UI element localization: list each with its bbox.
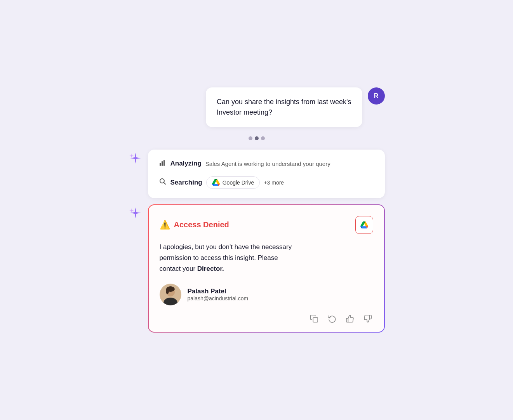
chip-more-label: +3 more: [264, 180, 284, 186]
user-bubble: Can you share the insights from last wee…: [206, 87, 362, 127]
access-denied-title: Access Denied: [174, 220, 229, 229]
access-body: I apologies, but you don't have the nece…: [160, 242, 373, 274]
thumbs-down-button[interactable]: [362, 313, 373, 324]
search-icon: [159, 178, 167, 187]
svg-point-9: [166, 288, 169, 294]
access-card-wrapper: ⚠️ Access Denied: [148, 204, 385, 333]
action-icons: [160, 313, 373, 324]
gdrive-button[interactable]: [355, 216, 373, 234]
dot-1: [249, 136, 252, 140]
status-card: Analyzing Sales Agent is working to unde…: [148, 150, 385, 198]
contact-info: Palash Patel palash@acindustrial.com: [188, 288, 249, 301]
analyzing-row: Analyzing Sales Agent is working to unde…: [159, 159, 374, 169]
search-chips: Google Drive +3 more: [206, 176, 284, 189]
searching-row: Searching Google Drive: [159, 176, 374, 189]
contact-email: palash@acindustrial.com: [188, 295, 249, 301]
avatar: R: [368, 87, 385, 105]
contact-row: Palash Patel palash@acindustrial.com: [160, 284, 373, 305]
access-header-left: ⚠️ Access Denied: [160, 220, 229, 230]
user-message-text: Can you share the insights from last wee…: [217, 97, 351, 118]
svg-line-4: [163, 183, 165, 185]
svg-rect-0: [160, 163, 161, 166]
copy-button[interactable]: [309, 313, 320, 324]
searching-label: Searching: [170, 179, 202, 186]
warning-icon: ⚠️: [160, 220, 170, 230]
chat-container: Can you share the insights from last wee…: [121, 72, 393, 348]
access-card: ⚠️ Access Denied: [149, 205, 384, 332]
contact-avatar: [160, 284, 181, 305]
sparkle-icon: [129, 151, 143, 165]
svg-rect-1: [162, 161, 163, 166]
dot-3: [261, 136, 265, 140]
sparkle-icon-2: [129, 206, 143, 220]
bar-chart-icon: [159, 159, 167, 169]
refresh-button[interactable]: [327, 313, 337, 324]
svg-rect-10: [313, 317, 318, 322]
svg-rect-2: [163, 160, 165, 166]
contact-name: Palash Patel: [188, 288, 249, 295]
thumbs-up-button[interactable]: [344, 313, 355, 324]
user-message-row: Can you share the insights from last wee…: [129, 87, 385, 127]
agent-status-row: Analyzing Sales Agent is working to unde…: [129, 150, 385, 198]
typing-dots: [129, 133, 385, 143]
analyzing-sublabel: Sales Agent is working to understand you…: [205, 160, 330, 167]
analyzing-label: Analyzing: [170, 160, 202, 167]
google-drive-chip-label: Google Drive: [223, 180, 254, 186]
dot-2: [255, 136, 259, 140]
google-drive-chip: Google Drive: [206, 176, 260, 189]
access-denied-row: ⚠️ Access Denied: [129, 204, 385, 333]
access-header: ⚠️ Access Denied: [160, 216, 373, 234]
